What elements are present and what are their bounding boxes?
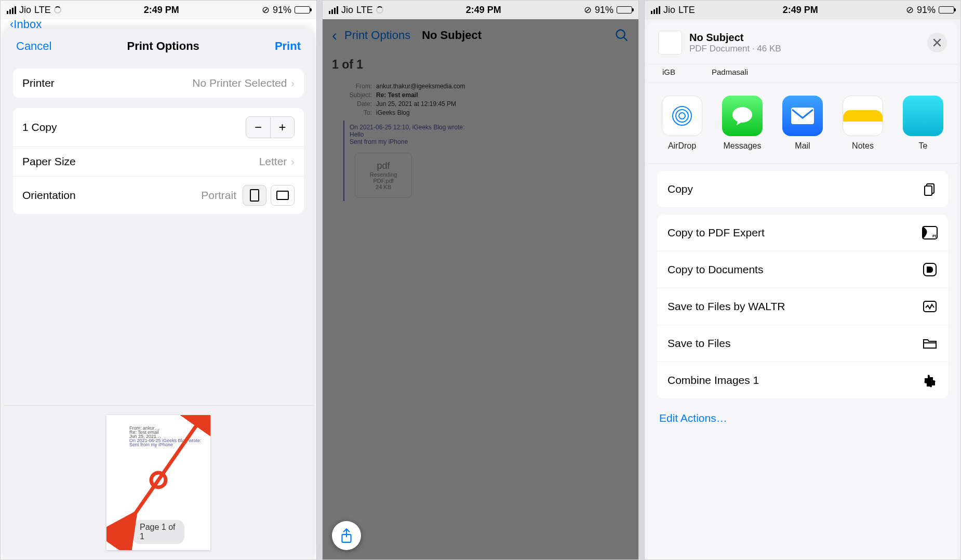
- contact-suggestions: iGB Padmasali: [648, 64, 957, 83]
- copy-label: Copy: [668, 183, 693, 195]
- paper-size-value: Letter: [259, 155, 287, 168]
- sheet-title: Print Options: [127, 39, 199, 53]
- network-label: LTE: [678, 5, 695, 16]
- paper-size-label: Paper Size: [22, 155, 76, 168]
- notes-icon: [843, 96, 883, 136]
- signal-bars-icon: [329, 6, 338, 14]
- printer-label: Printer: [22, 77, 55, 89]
- messages-label: Messages: [720, 141, 764, 151]
- edit-actions-button[interactable]: Edit Actions…: [648, 406, 957, 435]
- portrait-icon: [250, 189, 259, 202]
- printer-row[interactable]: Printer No Printer Selected›: [13, 69, 304, 98]
- battery-pct: 91%: [917, 5, 936, 16]
- document-thumbnail-icon: [658, 31, 682, 55]
- underlying-nav: ‹ Inbox: [1, 19, 316, 30]
- action-pdf-expert[interactable]: Copy to PDF Expert PDF: [657, 215, 948, 251]
- contact-padmasali[interactable]: Padmasali: [712, 68, 748, 76]
- cancel-button[interactable]: Cancel: [16, 39, 51, 53]
- carrier-label: Jio: [663, 5, 675, 16]
- carrier-label: Jio: [19, 5, 31, 16]
- svg-text:PDF: PDF: [932, 234, 938, 238]
- action-documents[interactable]: Copy to Documents: [657, 251, 948, 288]
- chevron-right-icon: ›: [291, 156, 295, 168]
- pdf-expert-label: Copy to PDF Expert: [668, 226, 765, 239]
- screen-share-sheet: Jio LTE 2:49 PM ⊘ 91% No Subject PDF Doc…: [644, 0, 961, 560]
- svg-point-6: [676, 110, 688, 122]
- svg-point-5: [679, 113, 685, 119]
- print-button[interactable]: Print: [275, 39, 301, 53]
- action-save-files[interactable]: Save to Files: [657, 325, 948, 362]
- screen-pdf-preview: Jio LTE 2:49 PM ⊘ 91% ‹ Print Options No…: [322, 0, 639, 560]
- app-notes[interactable]: Notes: [841, 96, 885, 151]
- page-preview-thumbnail[interactable]: From: ankur… Re: Test email Jun 25, 2021…: [106, 415, 210, 550]
- share-header: No Subject PDF Document · 46 KB: [648, 21, 957, 64]
- print-settings-group: 1 Copy − + Paper Size Letter› Orientatio…: [13, 108, 304, 214]
- share-icon: [340, 528, 353, 543]
- close-button[interactable]: [927, 33, 947, 52]
- orientation-row: Orientation Portrait: [13, 176, 304, 214]
- svg-point-1: [151, 473, 166, 487]
- airdrop-label: AirDrop: [660, 141, 704, 151]
- battery-icon: [939, 6, 954, 14]
- action-list: Copy Copy to PDF Expert PDF Copy to Docu…: [648, 164, 957, 406]
- copy-icon: [922, 181, 938, 197]
- app-suggestions[interactable]: AirDrop Messages Mail Notes Te: [648, 83, 957, 164]
- waltr-label: Save to Files by WALTR: [668, 300, 785, 313]
- notes-label: Notes: [841, 141, 885, 151]
- status-bar: Jio LTE 2:49 PM ⊘ 91%: [323, 1, 638, 19]
- svg-rect-11: [925, 186, 932, 195]
- action-waltr[interactable]: Save to Files by WALTR: [657, 288, 948, 325]
- folder-icon: [922, 336, 938, 351]
- share-button[interactable]: [332, 521, 361, 550]
- svg-point-8: [732, 107, 752, 123]
- copies-stepper: − +: [246, 116, 295, 138]
- battery-pct: 91%: [273, 5, 291, 16]
- battery-icon: [617, 6, 632, 14]
- landscape-icon: [276, 191, 289, 200]
- documents-icon: [922, 262, 938, 277]
- status-bar: Jio LTE 2:49 PM ⊘ 91%: [1, 1, 316, 19]
- next-app-label: Te: [901, 141, 945, 151]
- contact-igb[interactable]: iGB: [662, 68, 675, 76]
- pdf-expert-icon: PDF: [922, 225, 938, 241]
- landscape-button[interactable]: [271, 185, 295, 206]
- orientation-value: Portrait: [201, 189, 236, 202]
- page-number-pill: Page 1 of 1: [132, 520, 184, 544]
- waltr-icon: [922, 299, 938, 314]
- battery-icon: [295, 6, 310, 14]
- orientation-lock-icon: ⊘: [906, 4, 914, 16]
- action-copy[interactable]: Copy: [657, 171, 948, 207]
- messages-icon: [722, 96, 763, 136]
- mail-icon: [782, 96, 823, 136]
- share-sheet: No Subject PDF Document · 46 KB iGB Padm…: [648, 21, 957, 559]
- portrait-button[interactable]: [243, 185, 266, 206]
- signal-bars-icon: [7, 6, 16, 14]
- activity-spinner-icon: [376, 6, 383, 14]
- share-title: No Subject: [689, 32, 920, 44]
- paper-size-row[interactable]: Paper Size Letter›: [13, 146, 304, 176]
- app-messages[interactable]: Messages: [720, 96, 764, 151]
- clock-label: 2:49 PM: [466, 5, 501, 16]
- increment-button[interactable]: +: [270, 117, 294, 138]
- screen-print-options: Jio LTE 2:49 PM ⊘ 91% ‹ Inbox Cancel Pri…: [0, 0, 317, 560]
- network-label: LTE: [356, 5, 373, 16]
- app-airdrop[interactable]: AirDrop: [660, 96, 704, 151]
- decrement-button[interactable]: −: [246, 117, 270, 138]
- close-icon: [933, 38, 941, 47]
- printer-group: Printer No Printer Selected›: [13, 69, 304, 98]
- next-app-icon: [903, 96, 943, 136]
- svg-rect-9: [791, 108, 814, 124]
- dim-overlay: [323, 19, 638, 559]
- app-next[interactable]: Te: [901, 96, 945, 151]
- clock-label: 2:49 PM: [783, 5, 818, 16]
- airdrop-icon: [662, 96, 702, 136]
- app-mail[interactable]: Mail: [781, 96, 824, 151]
- orientation-lock-icon: ⊘: [584, 4, 592, 16]
- share-subtitle: PDF Document · 46 KB: [689, 44, 920, 54]
- status-bar: Jio LTE 2:49 PM ⊘ 91%: [645, 1, 960, 19]
- print-options-sheet: Cancel Print Options Print Printer No Pr…: [4, 29, 313, 559]
- battery-pct: 91%: [595, 5, 613, 16]
- save-files-label: Save to Files: [668, 337, 730, 350]
- network-label: LTE: [34, 5, 51, 16]
- action-combine-images[interactable]: Combine Images 1: [657, 362, 948, 398]
